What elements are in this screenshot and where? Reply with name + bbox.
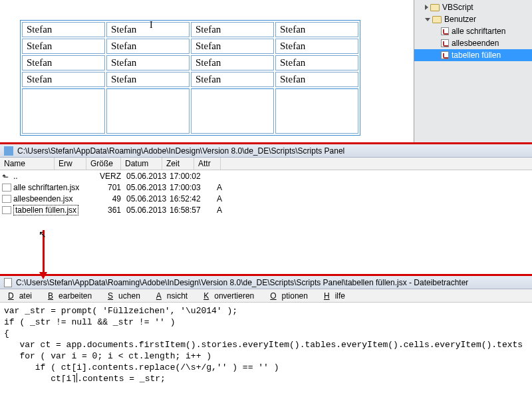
fm-parent-row[interactable]: ⬑..VERZ05.06.201317:00:02 [0, 170, 532, 182]
fm-file-row[interactable]: tabellen füllen.jsx36105.06.201316:58:57… [0, 204, 532, 215]
menu-optionen[interactable]: Optionen [265, 291, 319, 301]
table-cell[interactable]: Stefan [275, 22, 358, 37]
file-manager-column-headers[interactable]: Name Erw Größe Datum Zeit Attr [0, 158, 532, 170]
text-caret [76, 373, 77, 382]
file-size: 49 [93, 194, 126, 203]
col-attr[interactable]: Attr [194, 158, 221, 170]
document-icon [4, 278, 12, 287]
table-cell[interactable]: Stefan [106, 72, 190, 87]
file-manager-path: C:\Users\Stefan\AppData\Roaming\Adobe\In… [17, 146, 344, 156]
folder-icon [432, 16, 442, 23]
table-cell-empty[interactable] [191, 88, 274, 134]
tree-item-label: VBScript [442, 3, 473, 12]
tree-item-label: tabellen füllen [452, 51, 501, 60]
editor-title-text: C:\Users\Stefan\AppData\Roaming\Adobe\In… [16, 278, 468, 287]
tree-script-item[interactable]: tabellen füllen [414, 49, 532, 61]
file-icon [2, 195, 11, 203]
table-cell[interactable]: Stefan [106, 22, 190, 37]
table-cell-empty[interactable] [275, 88, 358, 134]
file-icon [2, 206, 11, 214]
file-date: 05.06.2013 [126, 205, 170, 215]
file-icon [2, 184, 11, 192]
file-time: 16:58:57 [170, 205, 206, 215]
up-icon: ⬑ [2, 172, 11, 180]
table-cell[interactable]: Stefan [191, 55, 274, 70]
tree-folder-item[interactable]: Benutzer [414, 13, 532, 25]
menu-hilfe[interactable]: Hilfe [319, 291, 356, 301]
tree-item-label: alle schriftarten [452, 27, 505, 36]
editor-code-area[interactable]: var _str = prompt( 'Füllzeichen', '\u201… [0, 303, 532, 382]
table-cell[interactable]: Stefan [191, 22, 274, 37]
file-size: 361 [93, 205, 126, 215]
fm-file-row[interactable]: allesbeenden.jsx4905.06.201316:52:42A [0, 193, 532, 204]
table-cell[interactable]: Stefan [106, 39, 190, 54]
tree-item-label: allesbeenden [452, 39, 499, 48]
file-date: 05.06.2013 [126, 194, 170, 203]
annotation-arrow [43, 230, 45, 273]
editor-menubar[interactable]: Datei Bearbeiten Suchen Ansicht Konverti… [0, 289, 532, 303]
file-name: alle schriftarten.jsx [13, 183, 79, 192]
file-time: 16:52:42 [170, 194, 206, 203]
menu-datei[interactable]: Datei [3, 291, 43, 301]
tree-script-item[interactable]: alle schriftarten [414, 25, 532, 37]
table-cell[interactable]: Stefan [275, 39, 358, 54]
script-icon [441, 51, 449, 59]
file-name: allesbeenden.jsx [13, 194, 72, 203]
script-icon [441, 27, 449, 35]
file-attr: A [206, 183, 233, 192]
scripts-panel: VBScriptBenutzeralle schriftartenallesbe… [414, 0, 532, 142]
file-date: 05.06.2013 [126, 172, 170, 181]
col-erw[interactable]: Erw [55, 158, 86, 170]
indesign-table[interactable]: StefanStefanStefanStefanStefanStefanStef… [20, 20, 360, 136]
table-cell[interactable]: Stefan [22, 55, 105, 70]
table-cell-empty[interactable] [22, 88, 105, 134]
menu-suchen[interactable]: Suchen [102, 291, 151, 301]
menu-bearbeiten[interactable]: Bearbeiten [43, 291, 102, 301]
indesign-document-canvas[interactable]: I StefanStefanStefanStefanStefanStefanSt… [0, 0, 414, 142]
menu-ansicht[interactable]: Ansicht [151, 291, 198, 301]
file-date: 05.06.2013 [126, 183, 170, 192]
tree-item-label: Benutzer [444, 15, 476, 24]
file-time: 17:00:02 [170, 172, 206, 181]
table-cell[interactable]: Stefan [191, 39, 274, 54]
folder-app-icon [4, 146, 13, 156]
script-icon [441, 39, 449, 47]
menu-konvertieren[interactable]: Konvertieren [198, 291, 265, 301]
file-attr: A [206, 194, 233, 203]
col-size[interactable]: Größe [86, 158, 121, 170]
table-cell[interactable]: Stefan [22, 22, 105, 37]
editor-titlebar: C:\Users\Stefan\AppData\Roaming\Adobe\In… [0, 276, 532, 289]
table-cell[interactable]: Stefan [106, 55, 190, 70]
col-name[interactable]: Name [0, 158, 55, 170]
tree-folder-item[interactable]: VBScript [414, 1, 532, 13]
file-size: 701 [93, 183, 126, 192]
chevron-right-icon[interactable] [425, 5, 428, 10]
chevron-down-icon[interactable] [425, 18, 430, 21]
file-name: .. [13, 172, 18, 181]
file-attr: A [206, 205, 233, 215]
table-cell[interactable]: Stefan [22, 72, 105, 87]
folder-icon [430, 4, 440, 11]
table-cell[interactable]: Stefan [22, 39, 105, 54]
table-cell-empty[interactable] [106, 88, 190, 134]
col-date[interactable]: Datum [121, 158, 162, 170]
file-size: VERZ [93, 172, 126, 181]
col-time[interactable]: Zeit [162, 158, 194, 170]
table-cell[interactable]: Stefan [275, 72, 358, 87]
table-cell[interactable]: Stefan [275, 55, 358, 70]
file-manager-body: ⬑..VERZ05.06.201317:00:02alle schriftart… [0, 170, 532, 274]
table-cell[interactable]: Stefan [191, 72, 274, 87]
file-name: tabellen füllen.jsx [13, 205, 78, 215]
file-time: 17:00:03 [170, 183, 206, 192]
tree-script-item[interactable]: allesbeenden [414, 37, 532, 49]
file-manager-titlebar: C:\Users\Stefan\AppData\Roaming\Adobe\In… [0, 144, 532, 158]
fm-file-row[interactable]: alle schriftarten.jsx70105.06.201317:00:… [0, 182, 532, 193]
